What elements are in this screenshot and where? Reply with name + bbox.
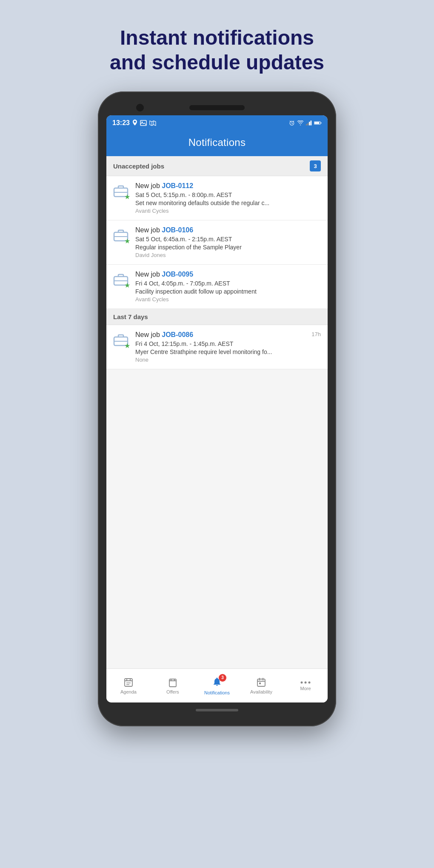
- section-last7days-title: Last 7 days: [113, 313, 148, 320]
- job-time-0086: Fri 4 Oct, 12:15p.m. - 1:45p.m. AEST: [135, 340, 321, 347]
- svg-rect-6: [308, 123, 309, 126]
- job-company-0112: Avanti Cycles: [135, 208, 321, 214]
- job-desc-0095: Facility inspection audit follow up appo…: [135, 288, 297, 295]
- svg-rect-5: [306, 124, 307, 126]
- job-item-0086[interactable]: ★ New job JOB-0086 17h Fri 4 Oct, 12:15p…: [106, 325, 328, 369]
- job-icon-wrap-0095: ★: [113, 272, 129, 288]
- image-icon: [140, 120, 147, 126]
- nav-item-agenda[interactable]: Agenda: [106, 669, 151, 702]
- job-details-0086: New job JOB-0086 17h Fri 4 Oct, 12:15p.m…: [135, 331, 321, 363]
- headline-line1: Instant notifications: [120, 26, 314, 49]
- job-title-row-0086: New job JOB-0086 17h: [135, 331, 321, 340]
- job-time-0095: Fri 4 Oct, 4:05p.m. - 7:05p.m. AEST: [135, 280, 321, 287]
- alarm-icon: [289, 120, 295, 126]
- bottom-nav: Agenda Offers 3 Notificatio: [106, 668, 328, 702]
- job-time-0106: Sat 5 Oct, 6:45a.m. - 2:15p.m. AEST: [135, 236, 321, 243]
- nav-item-availability[interactable]: Availability: [239, 669, 283, 702]
- job-item-0112[interactable]: ★ New job JOB-0112 Sat 5 Oct, 5:15p.m. -…: [106, 176, 328, 220]
- job-company-0095: Avanti Cycles: [135, 296, 321, 303]
- nav-item-more[interactable]: More: [283, 669, 328, 702]
- job-age-0086: 17h: [311, 331, 321, 337]
- nav-label-notifications: Notifications: [204, 690, 230, 695]
- nav-label-more: More: [300, 686, 311, 691]
- job-title-0112: New job JOB-0112: [135, 182, 321, 190]
- app-header: Notifications: [106, 131, 328, 156]
- job-title-0095: New job JOB-0095: [135, 271, 321, 278]
- status-left-group: 13:23: [112, 119, 156, 127]
- status-right-group: [289, 120, 322, 126]
- job-title-0106: New job JOB-0106: [135, 226, 321, 234]
- job-time-0112: Sat 5 Oct, 5:15p.m. - 8:00p.m. AEST: [135, 191, 321, 198]
- job-star-badge-0106: ★: [124, 237, 130, 245]
- svg-point-32: [305, 681, 307, 683]
- nav-item-notifications[interactable]: 3 Notifications: [195, 669, 239, 702]
- status-time: 13:23: [112, 119, 130, 127]
- phone-top-bar: [106, 100, 328, 115]
- svg-rect-0: [140, 120, 146, 126]
- nav-badge-notifications: 3: [219, 674, 226, 682]
- svg-rect-30: [259, 682, 261, 684]
- nav-label-offers: Offers: [166, 689, 179, 694]
- svg-rect-26: [257, 679, 265, 686]
- nav-item-offers[interactable]: Offers: [151, 669, 195, 702]
- job-item-0106[interactable]: ★ New job JOB-0106 Sat 5 Oct, 6:45a.m. -…: [106, 220, 328, 265]
- svg-rect-7: [309, 122, 310, 125]
- page-headline: Instant notifications and schedule updat…: [68, 26, 366, 74]
- app-header-title: Notifications: [106, 137, 328, 148]
- section-unaccepted-badge: 3: [310, 160, 321, 171]
- battery-icon: [314, 120, 322, 126]
- agenda-icon: [123, 677, 134, 688]
- section-last7days-header: Last 7 days: [106, 309, 328, 325]
- job-icon-wrap-0086: ★: [113, 333, 129, 349]
- job-desc-0112: Set new monitoring defaults outside the …: [135, 200, 297, 206]
- job-icon-wrap-0106: ★: [113, 228, 129, 244]
- svg-point-31: [301, 681, 303, 683]
- job-title-0086: New job JOB-0086: [135, 331, 193, 339]
- svg-rect-20: [125, 679, 132, 686]
- phone-speaker: [189, 105, 245, 110]
- availability-icon: [256, 677, 266, 688]
- offers-icon: [168, 677, 178, 688]
- job-star-badge-0086: ★: [124, 342, 130, 350]
- job-icon-wrap-0112: ★: [113, 184, 129, 200]
- phone-shell: 13:23: [98, 91, 336, 726]
- section-unaccepted-title: Unaccepted jobs: [113, 163, 164, 170]
- job-star-badge-0095: ★: [124, 281, 130, 289]
- phone-camera: [136, 104, 144, 111]
- content-area: Unaccepted jobs 3 ★ New job JOB-0112: [106, 156, 328, 668]
- location-pin-icon: [132, 120, 137, 126]
- svg-rect-10: [320, 123, 321, 124]
- job-desc-0106: Regular inspection of the Sample Player: [135, 244, 297, 251]
- status-bar: 13:23: [106, 115, 328, 131]
- svg-point-33: [308, 681, 311, 683]
- job-details-0106: New job JOB-0106 Sat 5 Oct, 6:45a.m. - 2…: [135, 226, 321, 258]
- phone-bottom-bar: [106, 702, 328, 718]
- job-details-0095: New job JOB-0095 Fri 4 Oct, 4:05p.m. - 7…: [135, 271, 321, 303]
- nav-label-agenda: Agenda: [120, 689, 137, 694]
- map-icon: [149, 120, 156, 126]
- svg-rect-11: [314, 122, 320, 124]
- svg-rect-8: [311, 121, 312, 126]
- wifi-icon: [297, 120, 304, 126]
- job-company-0086: None: [135, 357, 321, 363]
- more-icon: [300, 681, 311, 684]
- job-item-0095[interactable]: ★ New job JOB-0095 Fri 4 Oct, 4:05p.m. -…: [106, 265, 328, 309]
- phone-home-indicator: [196, 709, 238, 711]
- signal-icon: [306, 120, 312, 126]
- section-unaccepted-header: Unaccepted jobs 3: [106, 156, 328, 176]
- headline-line2: and schedule updates: [110, 51, 324, 74]
- job-company-0106: David Jones: [135, 252, 321, 258]
- job-details-0112: New job JOB-0112 Sat 5 Oct, 5:15p.m. - 8…: [135, 182, 321, 214]
- job-star-badge-0112: ★: [124, 193, 130, 201]
- nav-label-availability: Availability: [250, 689, 272, 694]
- job-desc-0086: Myer Centre Strathpine require level mon…: [135, 348, 297, 355]
- phone-screen: 13:23: [106, 115, 328, 702]
